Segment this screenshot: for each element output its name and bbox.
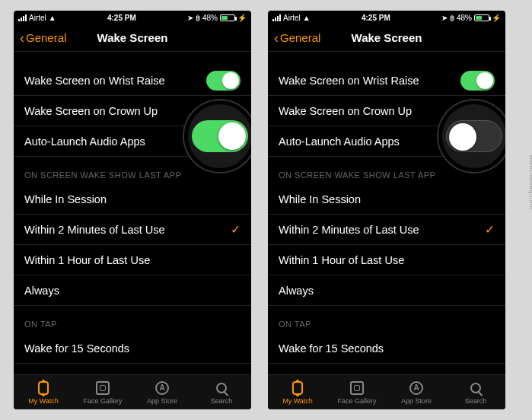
phone-right: Airtel ▲ 4:25 PM ➤ ฿ 48% ⚡ ‹ General Wak…	[268, 11, 505, 409]
row-wake-70[interactable]: Wake for 70 Seconds	[14, 364, 251, 374]
row-wake-15[interactable]: Wake for 15 Seconds	[268, 333, 505, 364]
tab-app-store[interactable]: App Store	[387, 375, 446, 409]
search-icon	[216, 380, 227, 396]
tab-my-watch[interactable]: My Watch	[268, 375, 327, 409]
carrier-label: Airtel	[29, 14, 46, 22]
magnified-toggle-off	[446, 120, 502, 152]
row-label: Within 2 Minutes of Last Use	[24, 224, 231, 236]
appstore-icon	[155, 380, 169, 396]
status-time: 4:25 PM	[56, 14, 187, 22]
row-within-1-hour[interactable]: Within 1 Hour of Last Use	[14, 245, 251, 275]
magnifier-overlay	[438, 100, 505, 172]
tab-face-gallery[interactable]: Face Gallery	[73, 375, 132, 409]
status-bar: Airtel ▲ 4:25 PM ➤ ฿ 48% ⚡	[268, 11, 505, 24]
row-label: Wake for 15 Seconds	[24, 342, 241, 355]
signal-icon	[272, 14, 281, 21]
row-label: Always	[24, 285, 241, 297]
carrier-label: Airtel	[283, 14, 301, 22]
magnifier-overlay	[184, 100, 251, 172]
wifi-icon: ▲	[49, 14, 56, 22]
tab-my-watch[interactable]: My Watch	[14, 375, 73, 409]
charging-icon: ⚡	[492, 14, 501, 22]
battery-pct: 48%	[202, 14, 218, 22]
nav-bar: ‹ General Wake Screen	[14, 24, 251, 52]
battery-icon	[220, 14, 235, 21]
watch-icon	[292, 380, 303, 396]
tab-label: My Watch	[282, 397, 313, 405]
tab-label: Face Gallery	[83, 397, 122, 405]
row-wrist-raise[interactable]: Wake Screen on Wrist Raise	[14, 65, 251, 96]
row-label: While In Session	[24, 193, 241, 205]
row-label: Always	[279, 285, 495, 297]
row-label: Within 2 Minutes of Last Use	[279, 224, 485, 236]
row-within-1-hour[interactable]: Within 1 Hour of Last Use	[268, 245, 505, 275]
appstore-icon	[409, 380, 423, 396]
location-icon: ➤	[187, 14, 193, 22]
row-wrist-raise[interactable]: Wake Screen on Wrist Raise	[268, 65, 505, 96]
row-label: Within 1 Hour of Last Use	[279, 254, 495, 266]
row-label: Wake Screen on Wrist Raise	[24, 75, 206, 87]
wifi-icon: ▲	[303, 14, 311, 22]
status-bar: Airtel ▲ 4:25 PM ➤ ฿ 48% ⚡	[14, 11, 251, 24]
nav-bar: ‹ General Wake Screen	[268, 24, 505, 52]
row-label: Wake for 15 Seconds	[279, 342, 495, 355]
status-time: 4:25 PM	[311, 14, 441, 22]
toggle-wrist-raise[interactable]	[206, 71, 241, 91]
section-header-on-tap: ON TAP	[268, 306, 505, 333]
row-always[interactable]: Always	[268, 275, 505, 306]
back-button[interactable]: ‹ General	[20, 31, 66, 45]
tab-label: App Store	[147, 397, 177, 405]
tab-bar: My Watch Face Gallery App Store Search	[14, 374, 251, 409]
tab-search[interactable]: Search	[446, 375, 505, 409]
checkmark-icon: ✓	[231, 222, 241, 237]
back-label: General	[26, 31, 66, 44]
tab-label: App Store	[401, 397, 432, 405]
gallery-icon	[350, 380, 364, 396]
battery-icon	[474, 14, 489, 21]
phone-left: Airtel ▲ 4:25 PM ➤ ฿ 48% ⚡ ‹ General Wak…	[14, 11, 251, 409]
row-while-in-session[interactable]: While In Session	[268, 184, 505, 215]
row-while-in-session[interactable]: While In Session	[14, 184, 251, 215]
row-label: Wake Screen on Wrist Raise	[279, 75, 460, 87]
gallery-icon	[96, 380, 110, 396]
row-wake-70[interactable]: Wake for 70 Seconds	[268, 364, 505, 374]
row-label: While In Session	[279, 193, 495, 205]
tab-label: Face Gallery	[337, 397, 376, 405]
checkmark-icon: ✓	[485, 222, 495, 237]
screenshot-pair: Airtel ▲ 4:25 PM ➤ ฿ 48% ⚡ ‹ General Wak…	[0, 0, 532, 420]
tab-label: Search	[211, 397, 233, 405]
tab-search[interactable]: Search	[192, 375, 251, 409]
watermark-text: www.dadaq.com	[528, 154, 532, 210]
bluetooth-icon: ฿	[450, 14, 454, 22]
row-always[interactable]: Always	[14, 275, 251, 306]
tab-face-gallery[interactable]: Face Gallery	[327, 375, 387, 409]
toggle-wrist-raise[interactable]	[460, 71, 495, 91]
tab-app-store[interactable]: App Store	[132, 375, 192, 409]
signal-icon	[18, 14, 27, 21]
search-icon	[470, 380, 481, 396]
charging-icon: ⚡	[237, 14, 247, 22]
row-within-2-min[interactable]: Within 2 Minutes of Last Use ✓	[14, 215, 251, 245]
back-button[interactable]: ‹ General	[274, 31, 320, 45]
tab-label: My Watch	[28, 397, 59, 405]
tab-label: Search	[465, 397, 487, 405]
back-label: General	[280, 31, 320, 44]
tab-bar: My Watch Face Gallery App Store Search	[268, 374, 505, 409]
watch-icon	[38, 380, 49, 396]
battery-pct: 48%	[457, 14, 472, 22]
chevron-left-icon: ‹	[20, 31, 24, 45]
location-icon: ➤	[441, 14, 448, 22]
row-label: Within 1 Hour of Last Use	[24, 254, 241, 266]
bluetooth-icon: ฿	[196, 14, 200, 22]
chevron-left-icon: ‹	[274, 31, 279, 45]
row-wake-15[interactable]: Wake for 15 Seconds	[14, 333, 251, 364]
section-header-on-tap: ON TAP	[14, 306, 251, 333]
magnified-toggle-on	[192, 120, 248, 152]
row-within-2-min[interactable]: Within 2 Minutes of Last Use ✓	[268, 215, 505, 245]
